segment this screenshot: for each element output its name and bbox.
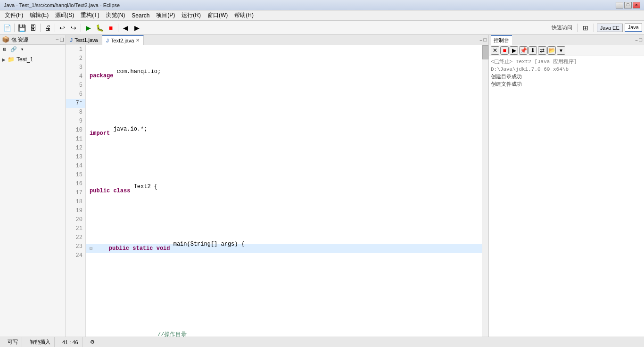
console-pin-btn[interactable]: 📌: [519, 46, 528, 55]
maximize-button[interactable]: □: [624, 2, 632, 8]
sidebar-minimize[interactable]: –: [55, 36, 59, 43]
console-menu-btn[interactable]: ▾: [557, 46, 565, 55]
tab-test1-label: Test1.java: [74, 37, 98, 43]
sidebar-header: 📦 包 资源 – □: [0, 35, 66, 45]
line-num-10: 10: [66, 126, 85, 135]
status-insert-mode: 智能插入: [26, 337, 55, 347]
console-output-line-1: 创建目录成功: [491, 73, 642, 81]
tab-text2-icon: J: [106, 38, 109, 43]
toolbar-sep-3: [55, 24, 55, 32]
menu-window[interactable]: 窗口(W): [205, 10, 231, 20]
redo-button[interactable]: ↪: [68, 23, 79, 33]
toolbar-sep-1: [14, 24, 15, 32]
tab-text2-close[interactable]: ✕: [136, 38, 140, 43]
line-num-14: 14: [66, 162, 85, 171]
console-word-wrap-btn[interactable]: ⇄: [538, 46, 546, 55]
console-tab[interactable]: 控制台: [491, 35, 512, 45]
menu-search[interactable]: Search: [129, 11, 152, 20]
title-bar: Java - Test_1/src/com/hanqi/io/Text2.jav…: [0, 0, 644, 10]
line-num-13: 13: [66, 153, 85, 162]
menu-refactor[interactable]: 重构(T): [78, 10, 102, 20]
code-line-4: [86, 158, 482, 167]
menu-navigate[interactable]: 浏览(N): [103, 10, 128, 20]
console-open-btn[interactable]: 📂: [547, 46, 556, 55]
line-num-3: 3: [66, 63, 85, 72]
code-line-3: import java.io.*;: [86, 129, 482, 138]
perspective-java[interactable]: Java: [625, 23, 642, 32]
back-button[interactable]: ◀: [120, 23, 131, 33]
status-bar: 可写 智能插入 41 : 46 ⚙: [0, 337, 644, 347]
console-rerun-btn[interactable]: ▶: [510, 46, 518, 55]
code-line-6: [86, 215, 482, 224]
line-num-5: 5: [66, 81, 85, 90]
print-button[interactable]: 🖨: [42, 23, 53, 33]
status-writable-text: 可写: [8, 339, 18, 346]
line-num-1: 1: [66, 45, 85, 54]
tab-test1[interactable]: J Test1.java: [66, 35, 102, 45]
stop-button[interactable]: ■: [106, 23, 116, 33]
code-line-8: [86, 273, 482, 282]
menu-edit[interactable]: 编辑(E): [27, 10, 51, 20]
console-panel: 控制台 – □ ✕ ■ ▶ 📌 ⬇ ⇄ 📂 ▾ <已终止> Text2 [Jav…: [488, 35, 644, 337]
line-num-8: 8: [66, 108, 85, 117]
sidebar-title: 包 资源: [11, 36, 28, 43]
title-controls: – □ ✕: [616, 2, 640, 8]
sidebar-maximize[interactable]: □: [60, 36, 64, 43]
console-terminate-btn[interactable]: ■: [500, 46, 509, 55]
perspective-java-ee[interactable]: Java EE: [597, 24, 623, 32]
sidebar: 📦 包 资源 – □ ⊟ 🔗 ▾ ▶ 📁 Test_1: [0, 35, 66, 337]
line-num-21: 21: [66, 224, 85, 233]
save-all-button[interactable]: 🗄: [28, 23, 38, 33]
close-button[interactable]: ✕: [633, 2, 640, 8]
code-line-7: ⊟ public static void main(String[] args)…: [86, 244, 482, 253]
console-tabs: 控制台 – □: [489, 35, 644, 45]
run-button[interactable]: ▶: [83, 23, 93, 33]
debug-button[interactable]: 🐛: [94, 23, 105, 33]
undo-button[interactable]: ↩: [57, 23, 67, 33]
editor-minimize-button[interactable]: –: [479, 37, 483, 43]
menu-run[interactable]: 运行(R): [179, 10, 204, 20]
scrollbar-thumb[interactable]: [482, 45, 488, 59]
editor-scrollbar[interactable]: [482, 45, 488, 337]
status-insert-text: 智能插入: [30, 339, 50, 346]
line-numbers: 1 2 3 4 5 6 7⁻ 8 9 10 11 12 13 14 15 16 …: [66, 45, 86, 337]
menu-file[interactable]: 文件(F): [2, 10, 26, 20]
console-run-info: <已终止> Text2 [Java 应用程序] D:\Java\jdk1.7.0…: [491, 58, 642, 73]
forward-button[interactable]: ▶: [132, 23, 142, 33]
toolbar-sep-7: [594, 24, 594, 32]
console-minimize-btn[interactable]: –: [635, 37, 638, 43]
status-writable: 可写: [4, 337, 22, 347]
new-button[interactable]: 📄: [2, 23, 12, 33]
line-num-6: 6: [66, 90, 85, 99]
code-line-5: public class Text2 {: [86, 187, 482, 196]
tree-item-project[interactable]: ▶ 📁 Test_1: [1, 55, 65, 64]
console-maximize-btn[interactable]: □: [639, 37, 642, 43]
menu-project[interactable]: 项目(P): [153, 10, 178, 20]
console-clear-btn[interactable]: ✕: [491, 46, 499, 55]
editor-area: J Test1.java J Text2.java ✕ – □ 1 2 3 4 …: [66, 35, 488, 337]
menu-source[interactable]: 源码(S): [52, 10, 77, 20]
project-tree: ▶ 📁 Test_1: [0, 54, 66, 337]
toolbar: 📄 💾 🗄 🖨 ↩ ↪ ▶ 🐛 ■ ◀ ▶ 快速访问 ⊞ Java EE Jav…: [0, 21, 644, 35]
tab-text2[interactable]: J Text2.java ✕: [102, 35, 144, 45]
line-num-12: 12: [66, 144, 85, 153]
package-explorer-icon: 📦: [2, 36, 9, 43]
code-content[interactable]: package com.hanqi.io; import java.io.*; …: [86, 45, 482, 337]
console-scroll-btn[interactable]: ⬇: [528, 46, 537, 55]
window-title: Java - Test_1/src/com/hanqi/io/Text2.jav…: [4, 2, 120, 8]
toolbar-icon1[interactable]: ⊞: [580, 23, 591, 33]
toolbar-right: 快速访问 ⊞ Java EE Java: [550, 23, 642, 33]
menu-help[interactable]: 帮助(H): [231, 10, 256, 20]
project-icon: 📁: [8, 56, 15, 63]
sidebar-menu-button[interactable]: ▾: [19, 46, 25, 53]
main-area: 📦 包 资源 – □ ⊟ 🔗 ▾ ▶ 📁 Test_1 J Test1.j: [0, 35, 644, 337]
collapse-all-button[interactable]: ⊟: [2, 46, 8, 53]
save-button[interactable]: 💾: [17, 23, 27, 33]
code-editor[interactable]: 1 2 3 4 5 6 7⁻ 8 9 10 11 12 13 14 15 16 …: [66, 45, 488, 337]
sidebar-toolbar: ⊟ 🔗 ▾: [0, 45, 66, 54]
tab-text2-label: Text2.java: [111, 38, 134, 43]
link-editor-button[interactable]: 🔗: [9, 46, 18, 53]
minimize-button[interactable]: –: [616, 2, 623, 8]
editor-maximize-button[interactable]: □: [483, 37, 487, 43]
tree-expand-arrow[interactable]: ▶: [2, 57, 6, 62]
